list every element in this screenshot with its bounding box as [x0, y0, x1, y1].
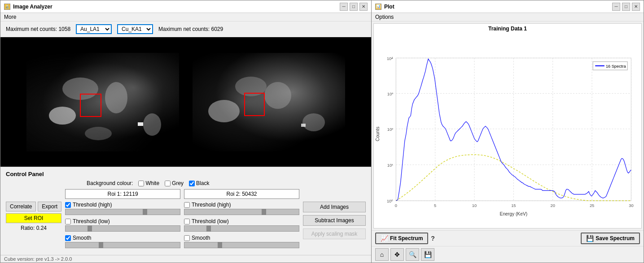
right-th-high-slider[interactable] — [184, 209, 299, 215]
add-images-button[interactable]: Add Images — [303, 202, 366, 212]
correlate-button[interactable]: Correlate — [6, 202, 36, 211]
right-image-dropdown[interactable]: Cu_KA1 — [117, 24, 153, 34]
set-roi-button[interactable]: Set ROI — [6, 213, 61, 223]
left-smooth-slider[interactable] — [65, 242, 180, 248]
subtract-images-button[interactable]: Subtract Images — [303, 215, 366, 226]
ratio-label: Ratio: 0.24 — [6, 225, 61, 231]
right-image-panel — [193, 53, 345, 151]
left-max-counts: Maximum net counts: 1058 — [6, 26, 70, 32]
left-image-panel — [26, 53, 179, 151]
control-panel-main: Correlate Export Set ROI Ratio: 0.24 Roi… — [6, 189, 366, 251]
svg-rect-9 — [138, 122, 143, 126]
svg-point-5 — [105, 82, 127, 113]
svg-text:10¹: 10¹ — [387, 163, 393, 168]
left-smooth: Smooth — [65, 235, 180, 250]
left-tl-label: Threshold (low) — [65, 218, 180, 224]
svg-point-8 — [85, 127, 112, 140]
move-icon: ✥ — [394, 251, 400, 258]
save-toolbar-button[interactable]: 💾 — [421, 248, 434, 261]
right-smooth: Smooth — [184, 235, 299, 250]
left-smooth-checkbox[interactable] — [65, 235, 71, 241]
left-title-controls: ─ □ ✕ — [340, 3, 368, 11]
bg-white-checkbox[interactable] — [138, 181, 144, 186]
left-th-low-slider[interactable] — [65, 225, 180, 232]
minimize-button[interactable]: ─ — [340, 3, 348, 11]
svg-rect-18 — [301, 124, 306, 127]
fit-spectrum-button[interactable]: 📈 Fit Spectrum — [375, 233, 428, 244]
right-th-high-checkbox[interactable] — [184, 202, 190, 208]
svg-text:16 Spectra: 16 Spectra — [606, 64, 626, 69]
right-window: 📊 Plot ─ □ ✕ Options Training Data 1 — [372, 0, 644, 263]
menu-more[interactable]: More — [4, 14, 16, 20]
svg-text:15: 15 — [511, 203, 516, 208]
left-image-dropdown[interactable]: Au_LA1 — [76, 24, 112, 34]
plot-menu-options[interactable]: Options — [375, 14, 394, 20]
right-threshold-low: Threshold (low) — [184, 218, 299, 233]
bg-black-checkbox[interactable] — [189, 181, 195, 186]
svg-text:25: 25 — [590, 203, 594, 208]
plot-menu: Options — [372, 13, 644, 22]
right-smooth-checkbox[interactable] — [184, 235, 190, 241]
left-threshold-low: Threshold (low) — [65, 218, 180, 233]
roi-row: Roi 1: 12119 Roi 2: 50432 — [65, 189, 299, 199]
home-toolbar-button[interactable]: ⌂ — [375, 248, 389, 261]
bg-white-option[interactable]: White — [138, 180, 159, 186]
right-smooth-label: Smooth — [184, 235, 299, 241]
maximize-button[interactable]: □ — [350, 3, 358, 11]
control-panel: Control Panel Background colour: White G… — [0, 167, 371, 255]
save-spectrum-icon: 💾 — [586, 235, 594, 242]
bg-grey-checkbox[interactable] — [165, 181, 171, 186]
svg-text:5: 5 — [434, 203, 436, 208]
threshold-low-row: Threshold (low) Threshold (low) — [65, 218, 299, 233]
plot-title-left: 📊 Plot — [375, 4, 394, 10]
control-panel-title: Control Panel — [6, 171, 366, 177]
plot-maximize-button[interactable]: □ — [622, 3, 630, 11]
close-button[interactable]: ✕ — [359, 3, 368, 11]
left-window-title: Image Analyzer — [13, 4, 53, 10]
plot-minimize-button[interactable]: ─ — [612, 3, 620, 11]
cp-roi-section: Roi 1: 12119 Roi 2: 50432 Threshold (hig… — [65, 189, 299, 251]
zoom-toolbar-button[interactable]: 🔍 — [406, 248, 419, 261]
plot-title-bar: 📊 Plot ─ □ ✕ — [372, 0, 644, 13]
fit-spectrum-label: Fit Spectrum — [390, 235, 423, 241]
bg-colour-row: Background colour: White Grey Black — [6, 180, 366, 186]
chart-title: Training Data 1 — [374, 24, 641, 32]
zoom-icon: 🔍 — [409, 251, 416, 258]
plot-bottom-bar: 📈 Fit Spectrum ? 💾 Save Spectrum — [372, 230, 644, 246]
roi1-label: Roi 1: 12119 — [65, 189, 180, 199]
move-toolbar-button[interactable]: ✥ — [390, 248, 404, 261]
help-button[interactable]: ? — [431, 235, 435, 242]
right-smooth-slider[interactable] — [184, 242, 299, 248]
svg-point-4 — [49, 107, 76, 125]
bg-grey-option[interactable]: Grey — [165, 180, 184, 186]
svg-text:10⁴: 10⁴ — [387, 56, 393, 61]
bg-black-option[interactable]: Black — [189, 180, 209, 186]
image-area — [0, 37, 371, 167]
right-th-low-checkbox[interactable] — [184, 219, 190, 224]
svg-text:Energy (KeV): Energy (KeV) — [500, 211, 528, 216]
left-th-low-checkbox[interactable] — [65, 219, 71, 224]
left-title-bar: 🔬 Image Analyzer ─ □ ✕ — [0, 0, 371, 13]
left-th-high-checkbox[interactable] — [65, 202, 71, 208]
right-threshold-high: Threshold (high) — [184, 202, 299, 216]
svg-text:10⁰: 10⁰ — [387, 199, 393, 203]
chart-svg: 10⁴ 10³ 10² 10¹ 10⁰ 0 5 10 15 20 25 30 C… — [374, 32, 641, 229]
svg-text:10: 10 — [472, 203, 477, 208]
svg-text:20: 20 — [551, 203, 555, 208]
svg-text:10²: 10² — [387, 127, 393, 132]
roi2-label: Roi 2: 50432 — [184, 189, 299, 199]
svg-point-14 — [208, 100, 240, 122]
plot-content: Training Data 1 10⁴ 10³ 10² 10¹ — [373, 23, 642, 229]
save-spectrum-label: Save Spectrum — [596, 235, 635, 241]
plot-close-button[interactable]: ✕ — [632, 3, 640, 11]
left-th-high-slider[interactable] — [65, 209, 180, 215]
export-button[interactable]: Export — [38, 202, 61, 211]
save-spectrum-button[interactable]: 💾 Save Spectrum — [581, 233, 640, 244]
left-image-svg — [26, 53, 179, 151]
left-th-label: Threshold (high) — [65, 202, 180, 208]
left-window: 🔬 Image Analyzer ─ □ ✕ More Maximum net … — [0, 0, 372, 263]
left-smooth-label: Smooth — [65, 235, 180, 241]
app-icon: 🔬 — [4, 4, 10, 10]
right-th-label: Threshold (high) — [184, 202, 299, 208]
right-th-low-slider[interactable] — [184, 225, 299, 232]
